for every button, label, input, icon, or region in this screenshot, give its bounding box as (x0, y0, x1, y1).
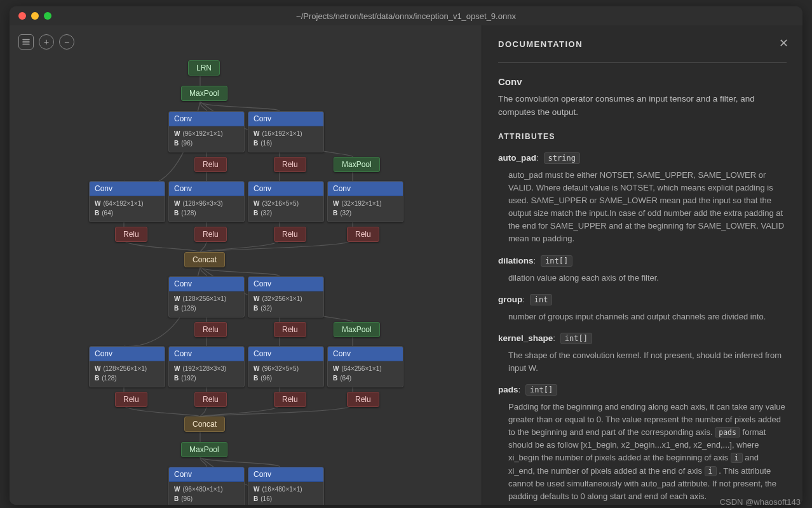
conv-header: Conv (248, 112, 323, 126)
conv-body: W(192×128×3×3)B(192) (169, 361, 244, 387)
node-conv[interactable]: Conv W(96×32×5×5)B(96) (248, 346, 324, 387)
node-relu[interactable]: Relu (274, 227, 306, 242)
conv-body: W(32×256×1×1)B(32) (248, 291, 323, 317)
node-lrn[interactable]: LRN (188, 60, 220, 76)
attr-desc: The shape of the convolution kernel. If … (508, 349, 787, 375)
conv-header: Conv (90, 182, 165, 196)
attr-name: kernel_shape (498, 333, 553, 343)
conv-header: Conv (169, 347, 244, 361)
attr-name: pads (498, 385, 518, 394)
attr-kernel-shape: kernel_shape: int[] The shape of the con… (498, 332, 787, 375)
conv-header: Conv (328, 182, 403, 196)
conv-header: Conv (90, 347, 165, 361)
node-relu[interactable]: Relu (274, 157, 306, 172)
attr-desc: auto_pad must be either NOTSET, SAME_UPP… (508, 169, 787, 246)
node-conv[interactable]: Conv W(128×96×3×3)B(128) (168, 181, 245, 222)
attr-name: dilations (498, 256, 534, 265)
node-conv[interactable]: Conv W(32×256×1×1)B(32) (248, 276, 324, 318)
node-concat[interactable]: Concat (184, 252, 225, 267)
node-relu[interactable]: Relu (194, 157, 227, 172)
attributes-heading: ATTRIBUTES (498, 131, 787, 143)
node-conv[interactable]: Conv W(32×16×5×5)B(32) (248, 181, 324, 222)
conv-body: W(32×192×1×1)B(32) (328, 196, 403, 222)
conv-header: Conv (248, 347, 323, 361)
node-conv[interactable]: Conv W(64×256×1×1)B(64) (327, 346, 403, 387)
conv-body: W(16×192×1×1) B(16) (248, 126, 323, 152)
conv-header: Conv (248, 277, 323, 291)
node-relu[interactable]: Relu (194, 392, 227, 407)
node-relu[interactable]: Relu (347, 392, 379, 407)
node-conv[interactable]: Conv W(32×192×1×1)B(32) (327, 181, 403, 222)
conv-body: W(128×96×3×3)B(128) (169, 196, 244, 222)
divider (498, 62, 787, 63)
attr-type: int (530, 294, 553, 305)
attr-type: string (544, 152, 580, 164)
zoom-out-button[interactable]: − (59, 34, 74, 50)
conv-header: Conv (169, 277, 244, 291)
node-relu[interactable]: Relu (274, 322, 306, 337)
graph-canvas[interactable]: + − (10, 25, 482, 505)
attr-auto-pad: auto_pad: string auto_pad must be either… (498, 152, 787, 246)
node-conv[interactable]: Conv W(128×256×1×1)B(128) (89, 346, 165, 387)
attr-type: int[] (560, 333, 592, 344)
node-relu[interactable]: Relu (347, 227, 379, 242)
node-relu[interactable]: Relu (274, 392, 306, 407)
node-maxpool[interactable]: MaxPool (181, 86, 227, 101)
graph-edges (10, 25, 482, 505)
node-maxpool[interactable]: MaxPool (334, 322, 380, 337)
attr-name: group (498, 295, 522, 304)
conv-body: W(16×480×1×1)B(16) (248, 482, 323, 505)
node-relu[interactable]: Relu (115, 227, 147, 242)
window-title: ~/Projects/netron/test/data/onnx/incepti… (10, 11, 802, 21)
conv-header: Conv (169, 467, 244, 482)
menu-button[interactable] (18, 34, 34, 50)
conv-header: Conv (328, 347, 403, 361)
conv-body: W(128×256×1×1)B(128) (169, 291, 244, 317)
titlebar: ~/Projects/netron/test/data/onnx/incepti… (10, 6, 802, 25)
code-i: i (705, 466, 717, 476)
attr-type: int[] (525, 384, 557, 396)
conv-header: Conv (169, 112, 244, 126)
node-maxpool[interactable]: MaxPool (181, 442, 227, 457)
app-window: ~/Projects/netron/test/data/onnx/incepti… (10, 6, 802, 505)
zoom-in-button[interactable]: + (39, 34, 54, 50)
conv-body: W(128×256×1×1)B(128) (90, 361, 165, 387)
node-relu[interactable]: Relu (194, 322, 227, 337)
code-pads: pads (715, 427, 740, 438)
node-conv[interactable]: Conv W(64×192×1×1)B(64) (89, 181, 165, 222)
node-conv[interactable]: Conv W(16×192×1×1) B(16) (248, 111, 324, 152)
attr-type: int[] (541, 255, 572, 267)
attr-pads: pads: int[] Padding for the beginning an… (498, 384, 787, 503)
conv-body: W(96×192×1×1) B(96) (169, 126, 244, 152)
body: + − (10, 25, 802, 505)
conv-header: Conv (248, 182, 323, 196)
attr-desc: number of groups input channels and outp… (508, 311, 787, 323)
panel-heading: DOCUMENTATION (498, 38, 787, 51)
documentation-panel[interactable]: ✕ DOCUMENTATION Conv The convolution ope… (482, 25, 802, 505)
conv-body: W(96×32×5×5)B(96) (248, 361, 323, 387)
code-i: i (731, 453, 743, 463)
watermark: CSDN @whaosoft143 (720, 497, 801, 507)
close-panel-button[interactable]: ✕ (779, 35, 788, 53)
op-description: The convolution operator consumes an inp… (498, 93, 787, 119)
node-maxpool[interactable]: MaxPool (334, 157, 380, 172)
node-conv[interactable]: Conv W(192×128×3×3)B(192) (168, 346, 245, 387)
node-relu[interactable]: Relu (194, 227, 227, 242)
menu-icon (22, 37, 30, 46)
node-conv[interactable]: Conv W(16×480×1×1)B(16) (248, 467, 324, 505)
conv-body: W(64×256×1×1)B(64) (328, 361, 403, 387)
node-conv[interactable]: Conv W(96×192×1×1) B(96) (168, 111, 245, 152)
canvas-toolbar: + − (18, 34, 74, 50)
node-relu[interactable]: Relu (115, 392, 147, 407)
node-concat[interactable]: Concat (184, 417, 225, 432)
op-name: Conv (498, 74, 787, 89)
conv-header: Conv (248, 467, 323, 482)
conv-body: W(64×192×1×1)B(64) (90, 196, 165, 222)
attr-group: group: int number of groups input channe… (498, 293, 787, 323)
attr-name: auto_pad (498, 153, 536, 163)
attr-desc: Padding for the beginning and ending alo… (508, 401, 787, 503)
attr-desc: dilation value along each axis of the fi… (508, 272, 787, 284)
node-conv[interactable]: Conv W(128×256×1×1)B(128) (168, 276, 245, 318)
node-conv[interactable]: Conv W(96×480×1×1)B(96) (168, 467, 245, 505)
conv-body: W(96×480×1×1)B(96) (169, 482, 244, 505)
